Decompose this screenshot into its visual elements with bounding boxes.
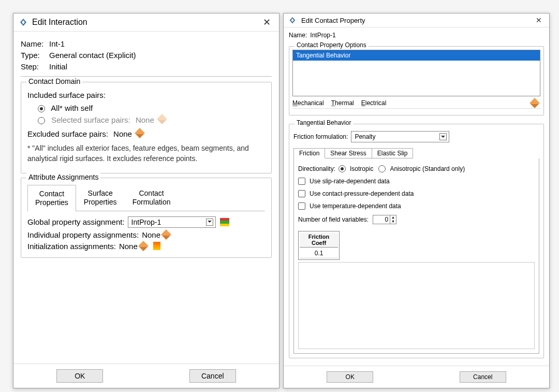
tab-surface-properties[interactable]: SurfaceProperties bbox=[76, 184, 125, 211]
anisotropic-label: Anisotropic (Standard only) bbox=[390, 165, 465, 172]
ok-button[interactable]: OK bbox=[56, 369, 103, 383]
radio-selected-label: Selected surface pairs: bbox=[51, 115, 130, 124]
button-row: OK Cancel bbox=[13, 364, 279, 388]
field-variables-label: Number of field variables: bbox=[298, 216, 369, 223]
pencil-icon[interactable] bbox=[138, 241, 149, 251]
options-list[interactable]: Tangential Behavior bbox=[292, 50, 540, 96]
ok-button[interactable]: OK bbox=[327, 371, 373, 383]
check-contact-pressure[interactable] bbox=[298, 190, 305, 197]
global-assignment-label: Global property assignment: bbox=[27, 217, 125, 226]
individual-assignments-label: Individual property assignments: bbox=[27, 230, 139, 239]
friction-sub-tabs: Friction Shear Stress Elastic Slip bbox=[293, 148, 539, 158]
assignment-icon[interactable] bbox=[153, 242, 160, 250]
type-label: Type: bbox=[21, 51, 49, 60]
spinner-down-icon[interactable]: ▼ bbox=[390, 220, 396, 224]
radio-isotropic[interactable] bbox=[339, 165, 346, 172]
titlebar: Edit Contact Property ✕ bbox=[284, 13, 549, 27]
contact-pressure-label: Use contact-pressure-dependent data bbox=[310, 190, 414, 197]
tangential-behavior-group: Tangential Behavior Friction formulation… bbox=[289, 124, 544, 358]
name-label: Name: bbox=[21, 39, 49, 48]
radio-all-label: All* with self bbox=[51, 104, 93, 112]
menu-electrical[interactable]: Electrical bbox=[361, 99, 387, 107]
create-property-icon[interactable] bbox=[220, 218, 229, 226]
button-row: OK Cancel bbox=[284, 366, 549, 388]
friction-coeff-table[interactable]: FrictionCoeff 0.1 bbox=[298, 231, 340, 260]
excluded-pairs-label: Excluded surface pairs: bbox=[27, 129, 108, 138]
slip-rate-label: Use slip-rate-dependent data bbox=[310, 178, 390, 185]
tangential-legend: Tangential Behavior bbox=[295, 119, 353, 126]
attribute-tabs: ContactProperties SurfaceProperties Cont… bbox=[27, 184, 265, 211]
sub-tab-friction[interactable]: Friction bbox=[293, 148, 325, 158]
friction-formulation-label: Friction formulation: bbox=[293, 133, 348, 140]
menu-mechanical[interactable]: Mechanical bbox=[292, 99, 324, 107]
option-tangential-behavior[interactable]: Tangential Behavior bbox=[293, 50, 540, 61]
close-icon[interactable]: ✕ bbox=[260, 17, 274, 28]
app-icon bbox=[19, 18, 28, 27]
sub-tab-shear-stress[interactable]: Shear Stress bbox=[325, 148, 372, 158]
titlebar: Edit Interaction ✕ bbox=[13, 13, 279, 32]
friction-formulation-value: Penalty bbox=[355, 133, 375, 140]
behavior-menu: Mechanical Thermal Electrical bbox=[292, 99, 540, 109]
table-fill-area bbox=[298, 262, 535, 349]
friction-formulation-combo[interactable]: Penalty bbox=[351, 131, 449, 142]
global-property-value: IntProp-1 bbox=[131, 218, 161, 226]
all-note: * "All" includes all exterior faces, fea… bbox=[27, 143, 265, 164]
temperature-label: Use temperature-dependent data bbox=[310, 202, 401, 210]
options-legend: Contact Property Options bbox=[295, 41, 369, 49]
type-value: General contact (Explicit) bbox=[49, 51, 136, 60]
pencil-icon bbox=[157, 114, 167, 124]
radio-all-with-self[interactable] bbox=[38, 105, 45, 112]
menu-thermal[interactable]: Thermal bbox=[331, 99, 354, 107]
contact-domain-group: Contact Domain Included surface pairs: A… bbox=[21, 82, 272, 173]
individual-assignments-value: None bbox=[142, 230, 160, 239]
dialog-body: Name: IntProp-1 Contact Property Options… bbox=[284, 27, 549, 366]
app-icon bbox=[288, 16, 297, 25]
cancel-button[interactable]: Cancel bbox=[460, 371, 506, 383]
field-variables-input[interactable] bbox=[373, 215, 390, 224]
tab-contact-formulation[interactable]: ContactFormulation bbox=[125, 184, 179, 211]
initialization-assignments-value: None bbox=[119, 242, 138, 251]
pencil-icon[interactable] bbox=[161, 229, 171, 240]
contact-domain-legend: Contact Domain bbox=[26, 77, 82, 85]
friction-coeff-header: FrictionCoeff bbox=[300, 233, 338, 248]
excluded-pairs-value: None bbox=[113, 129, 132, 138]
contact-property-options-group: Contact Property Options Tangential Beha… bbox=[289, 46, 544, 115]
name-value: IntProp-1 bbox=[310, 32, 335, 39]
attribute-legend: Attribute Assignments bbox=[26, 173, 100, 181]
chevron-down-icon[interactable] bbox=[439, 133, 447, 140]
radio-anisotropic[interactable] bbox=[378, 165, 386, 172]
close-icon[interactable]: ✕ bbox=[533, 16, 545, 24]
friction-panel: Directionality: Isotropic Anisotropic (S… bbox=[293, 158, 539, 354]
edit-interaction-dialog: Edit Interaction ✕ Name:Int-1 Type:Gener… bbox=[13, 13, 280, 388]
cancel-button[interactable]: Cancel bbox=[189, 369, 236, 383]
step-value: Initial bbox=[49, 62, 67, 71]
global-property-combo[interactable]: IntProp-1 bbox=[128, 216, 216, 228]
name-value: Int-1 bbox=[49, 39, 65, 48]
initialization-assignments-label: Initialization assignments: bbox=[27, 242, 116, 251]
dialog-title: Edit Interaction bbox=[32, 18, 87, 27]
dialog-title: Edit Contact Property bbox=[301, 17, 365, 24]
chevron-down-icon[interactable] bbox=[206, 219, 213, 226]
included-pairs-label: Included surface pairs: bbox=[27, 91, 265, 99]
check-temperature[interactable] bbox=[298, 202, 305, 210]
edit-contact-property-dialog: Edit Contact Property ✕ Name: IntProp-1 … bbox=[283, 13, 550, 388]
attribute-assignments-group: Attribute Assignments ContactProperties … bbox=[21, 178, 272, 258]
directionality-label: Directionality: bbox=[298, 165, 335, 172]
check-slip-rate[interactable] bbox=[298, 178, 305, 185]
pencil-icon[interactable] bbox=[529, 98, 540, 108]
isotropic-label: Isotropic bbox=[350, 165, 373, 172]
sub-tab-elastic-slip[interactable]: Elastic Slip bbox=[372, 148, 414, 158]
selected-pairs-value: None bbox=[136, 115, 154, 124]
field-variables-spinner[interactable]: ▲▼ bbox=[373, 215, 396, 224]
radio-selected-pairs[interactable] bbox=[38, 117, 45, 124]
pencil-icon[interactable] bbox=[135, 128, 145, 138]
step-label: Step: bbox=[21, 62, 49, 71]
tab-contact-properties[interactable]: ContactProperties bbox=[27, 185, 76, 211]
name-label: Name: bbox=[289, 32, 307, 39]
dialog-body: Name:Int-1 Type:General contact (Explici… bbox=[13, 32, 279, 364]
spinner-up-icon[interactable]: ▲ bbox=[390, 215, 396, 220]
friction-coeff-cell[interactable]: 0.1 bbox=[300, 249, 338, 258]
